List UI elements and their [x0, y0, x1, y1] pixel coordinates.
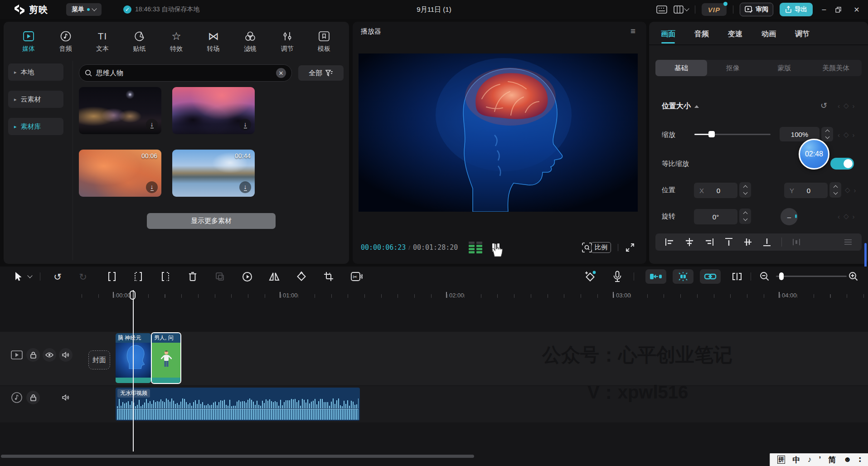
split-keep-left-button[interactable] — [158, 267, 173, 286]
timeline-audio-clip[interactable]: 无水印视频 — [116, 388, 360, 421]
hide-track-button[interactable] — [43, 348, 56, 362]
tab-adjust[interactable]: 调节 — [795, 25, 810, 43]
position-y-field[interactable]: Y 0 — [784, 183, 828, 198]
align-left-icon[interactable] — [664, 238, 674, 247]
zoom-out-button[interactable] — [758, 267, 771, 286]
sidebar-item-local[interactable]: ▸ 本地 — [8, 63, 63, 81]
pause-button[interactable] — [492, 243, 499, 252]
uniform-scale-toggle[interactable] — [830, 158, 854, 170]
playhead[interactable] — [133, 290, 134, 451]
download-icon[interactable]: ↓ — [239, 119, 251, 131]
show-more-button[interactable]: 显示更多素材 — [147, 213, 276, 229]
menu-button[interactable]: 菜单 — [66, 3, 102, 16]
crop-button[interactable] — [321, 267, 336, 286]
extract-audio-button[interactable]: ✂ — [348, 267, 365, 286]
video-preview[interactable] — [359, 53, 638, 212]
distribute-horizontal-icon[interactable] — [792, 238, 801, 247]
link-clips-toggle[interactable] — [700, 269, 721, 284]
sidebar-item-library[interactable]: ▸ 素材库 — [8, 118, 63, 135]
zoom-in-button[interactable] — [847, 267, 860, 286]
nav-media[interactable]: 媒体 — [15, 25, 42, 58]
rotate-knob[interactable]: – — [781, 208, 798, 225]
tab-audio[interactable]: 音频 — [694, 25, 709, 43]
split-keep-right-button[interactable] — [131, 267, 146, 286]
section-position-size[interactable]: 位置大小 — [662, 102, 699, 111]
mute-track-button[interactable] — [59, 348, 73, 362]
subtab-basic[interactable]: 基础 — [655, 60, 707, 76]
clear-search-button[interactable]: ✕ — [276, 68, 286, 78]
preview-quality-icon[interactable] — [582, 243, 592, 252]
nav-text[interactable]: TI 文本 — [89, 25, 116, 58]
add-keyframe-button[interactable] — [582, 267, 598, 286]
nav-sticker[interactable]: 贴纸 — [126, 25, 153, 58]
minimize-button[interactable]: – — [819, 5, 829, 14]
snap-to-playhead-toggle[interactable] — [645, 269, 666, 284]
scale-slider[interactable] — [694, 134, 771, 135]
position-x-field[interactable]: X 0 — [694, 183, 737, 198]
timeline-zoom-knob[interactable] — [779, 272, 784, 280]
mirror-button[interactable] — [267, 267, 282, 286]
subtab-cutout[interactable]: 抠像 — [707, 60, 759, 76]
timeline-clip-man-selected[interactable]: 男人, 问 — [151, 332, 181, 384]
shortcut-keyboard-icon[interactable] — [656, 5, 667, 14]
position-y-stepper[interactable] — [829, 182, 841, 198]
rotate-stepper[interactable] — [739, 209, 751, 224]
recording-timer-badge[interactable]: 02:48 — [799, 139, 829, 170]
tab-picture[interactable]: 画面 — [661, 25, 675, 43]
record-voiceover-button[interactable] — [609, 267, 626, 286]
split-button[interactable] — [104, 267, 120, 286]
nav-transition[interactable]: ⋈ 转场 — [200, 25, 227, 58]
review-button[interactable]: 审阅 — [740, 3, 773, 16]
compound-clip-button[interactable] — [212, 267, 228, 286]
media-thumbnail-sunset[interactable]: ↓ — [172, 87, 255, 134]
vip-button[interactable]: VIP — [702, 3, 727, 16]
scale-slider-knob[interactable] — [708, 131, 715, 137]
distribute-list-icon[interactable] — [844, 238, 853, 246]
align-top-icon[interactable] — [724, 237, 733, 247]
nav-filter[interactable]: 滤镜 — [237, 25, 263, 58]
rotate-button[interactable] — [294, 267, 309, 286]
media-thumbnail-orange-clouds[interactable]: 00:06 ↓ — [79, 150, 161, 197]
export-button[interactable]: 导出 — [780, 3, 813, 16]
lock-audio-track-button[interactable] — [26, 391, 40, 404]
select-tool-dropdown[interactable] — [26, 267, 34, 286]
subtab-beauty[interactable]: 美颜美体 — [810, 60, 862, 76]
align-center-horizontal-icon[interactable] — [684, 238, 694, 247]
align-right-icon[interactable] — [704, 238, 714, 247]
player-menu-icon[interactable]: ≡ — [630, 26, 635, 36]
download-icon[interactable]: ↓ — [146, 181, 158, 193]
align-middle-icon[interactable] — [743, 237, 752, 247]
nav-adjust[interactable]: 调节 — [274, 25, 301, 58]
timeline-zoom-slider[interactable] — [776, 276, 847, 277]
fullscreen-icon[interactable] — [626, 243, 635, 252]
rotate-value-field[interactable]: 0° — [694, 209, 737, 224]
nav-audio[interactable]: 音频 — [53, 25, 79, 58]
nav-effects[interactable]: ☆ 特效 — [163, 25, 189, 58]
search-input[interactable]: 思维人物 ✕ — [79, 64, 292, 82]
restore-button[interactable] — [835, 7, 845, 13]
reverse-button[interactable] — [239, 267, 255, 286]
delete-button[interactable] — [185, 267, 200, 286]
aspect-ratio-button[interactable]: 比例 — [591, 242, 611, 253]
mute-audio-track-button[interactable] — [59, 391, 73, 404]
layout-switch-button[interactable] — [674, 5, 689, 14]
timeline-ruler[interactable]: 00:00 01:00 02:00 03:00 04:00 — [73, 290, 868, 302]
audio-level-meter-icon[interactable] — [469, 242, 482, 253]
close-button[interactable]: ✕ — [852, 5, 862, 14]
undo-button[interactable]: ↺ — [50, 267, 65, 286]
horizontal-scrollbar[interactable] — [1, 455, 474, 458]
preview-axis-button[interactable] — [729, 267, 745, 286]
select-tool-button[interactable] — [10, 267, 25, 286]
nav-template[interactable]: 模板 — [311, 25, 337, 58]
align-bottom-icon[interactable] — [762, 237, 771, 247]
sidebar-item-cloud[interactable]: ▸ 云素材 — [8, 91, 63, 108]
download-icon[interactable]: ↓ — [239, 181, 251, 193]
auto-snap-toggle[interactable] — [673, 269, 693, 284]
download-icon[interactable]: ↓ — [146, 119, 158, 131]
redo-button[interactable]: ↻ — [75, 267, 91, 286]
scale-stepper[interactable] — [821, 127, 833, 141]
tab-animation[interactable]: 动画 — [761, 25, 776, 43]
media-thumbnail-city-night[interactable]: ↓ — [79, 87, 161, 134]
media-thumbnail-lake[interactable]: 00:44 ↓ — [172, 150, 255, 197]
ime-toolbar[interactable]: 拼中♪ ’简☻∶ — [770, 453, 868, 466]
